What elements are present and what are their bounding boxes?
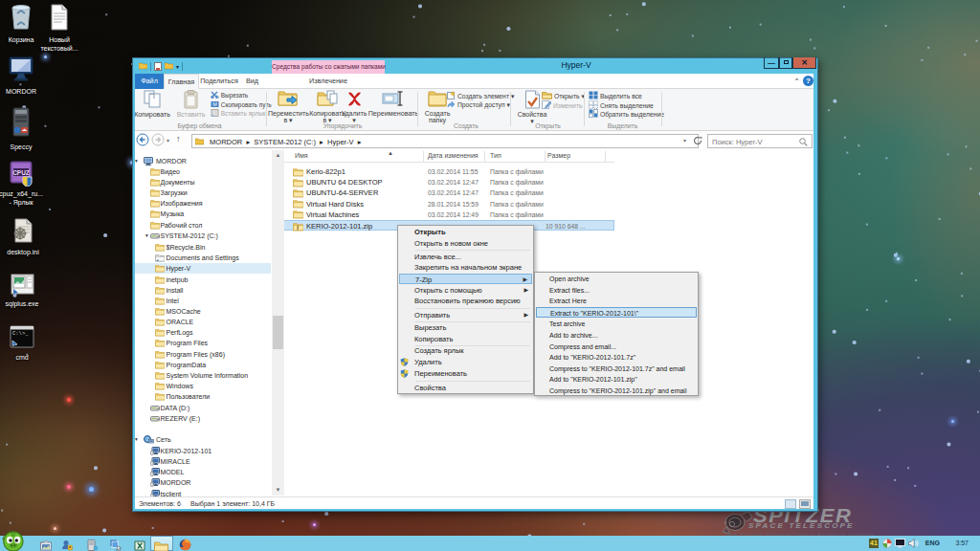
svg-text:CPUZ: CPUZ — [12, 169, 30, 176]
svg-text:C:\>_: C:\>_ — [12, 330, 29, 337]
svg-text:M: M — [212, 101, 217, 107]
